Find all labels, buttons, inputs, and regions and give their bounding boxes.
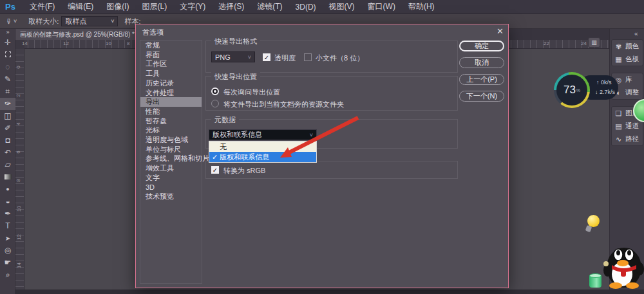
gradient-tool[interactable] — [0, 171, 15, 183]
move-tool[interactable]: ✛ — [0, 37, 15, 49]
ask-location-label: 每次询问导出位置 — [223, 87, 280, 97]
menu-item-file[interactable]: 文件(F) — [23, 1, 61, 12]
metadata-select[interactable]: 版权和联系信息 ˅ — [209, 129, 317, 140]
cancel-button[interactable]: 取消 — [459, 57, 504, 68]
up-arrow-icon: ↑ — [596, 79, 600, 86]
hand-tool[interactable]: ☛ — [0, 257, 15, 269]
download-speed: ↓ 2.7k/s — [595, 89, 615, 95]
menu-item-filter[interactable]: 滤镜(T) — [251, 1, 289, 12]
prefs-nav-workspace[interactable]: 工作区 — [140, 59, 202, 69]
metadata-option-none[interactable]: 无 — [209, 142, 316, 152]
channels-icon: ▤ — [614, 122, 623, 131]
convert-srgb-checkbox[interactable]: ✓ — [211, 166, 219, 174]
menu-item-layer[interactable]: 图层(L) — [136, 1, 174, 12]
prefs-nav-transparency-gamut[interactable]: 透明度与色域 — [140, 135, 202, 145]
ruler-label: 10 — [16, 206, 22, 212]
color-wheel-icon: ✾ — [614, 42, 623, 51]
panel-color[interactable]: ✾ 颜色 — [612, 40, 643, 53]
ruler-label: 22 — [544, 41, 549, 46]
menu-item-view[interactable]: 视图(V) — [323, 1, 361, 12]
lightbulb-icon[interactable] — [585, 215, 600, 233]
qq-penguin-mascot[interactable] — [603, 242, 644, 289]
prefs-nav-scratch-disks[interactable]: 暂存盘 — [140, 116, 202, 126]
menu-item-window[interactable]: 窗口(W) — [361, 1, 402, 12]
metadata-dropdown-list: 无 ✓ 版权和联系信息 — [209, 141, 317, 163]
document-tab[interactable]: 画板的创建与修改.psd @ 25%(RGB/8) * — [15, 29, 138, 40]
clone-stamp-tool[interactable]: ◘ — [0, 134, 15, 147]
ruler-label: 24 — [581, 41, 587, 46]
prefs-nav-interface[interactable]: 界面 — [140, 50, 202, 60]
menu-item-select[interactable]: 选择(S) — [212, 1, 251, 12]
prefs-nav-cursors[interactable]: 光标 — [140, 125, 202, 135]
collapsed-panel-button[interactable]: ▥ — [588, 37, 600, 48]
prefs-nav-type[interactable]: 文字 — [140, 173, 202, 183]
ruler-label: 2 — [15, 94, 21, 96]
quick-selection-tool[interactable]: ✎ — [0, 73, 15, 86]
prefs-nav-performance[interactable]: 性能 — [140, 107, 202, 116]
metadata-option-copyright[interactable]: ✓ 版权和联系信息 — [209, 152, 316, 162]
crop-tool[interactable]: ⌗ — [0, 86, 15, 98]
ok-button[interactable]: 确定 — [459, 41, 504, 51]
preferences-dialog: 首选项 ✕ 常规 界面 工作区 工具 历史记录 文件处理 导出 性能 暂存盘 光… — [135, 24, 509, 288]
tool-preset-chevron-icon[interactable]: ˅ — [14, 18, 17, 24]
prefs-nav-export[interactable]: 导出 — [140, 97, 202, 107]
export-format-select[interactable]: PNG ˅ — [211, 51, 255, 62]
shape-tool[interactable]: ◎ — [0, 244, 15, 257]
usage-percent: 73 — [564, 84, 576, 96]
prev-button[interactable]: 上一个(P) — [459, 74, 504, 85]
menu-item-type[interactable]: 文字(Y) — [173, 1, 212, 12]
quick-export-location-group: 快速导出位置 每次询问导出位置 将文件导出到当前文档旁的资源文件夹 — [205, 76, 458, 111]
prefs-nav-file-handling[interactable]: 文件处理 — [140, 88, 202, 98]
prefs-nav-units-rulers[interactable]: 单位与标尺 — [140, 145, 202, 154]
dock-collapse-icon[interactable]: « — [634, 30, 638, 37]
group-title: 快速导出位置 — [211, 72, 260, 82]
prefs-nav-technology-previews[interactable]: 技术预览 — [140, 192, 202, 201]
upload-speed: ↑ 0k/s — [596, 79, 612, 86]
path-selection-tool[interactable]: ➤ — [0, 232, 15, 244]
vertical-ruler — [15, 49, 24, 289]
sample-size-select[interactable]: 取样点 ˅ — [61, 16, 118, 26]
type-tool[interactable]: T — [0, 220, 15, 232]
paths-icon: ∿ — [614, 135, 623, 143]
srgb-group: ✓ 转换为 sRGB — [205, 161, 458, 179]
blur-tool[interactable]: ● — [0, 183, 15, 196]
prefs-nav-3d[interactable]: 3D — [140, 183, 202, 192]
pen-tool[interactable]: ✒ — [0, 208, 15, 220]
panel-channels[interactable]: ▤ 通道 — [612, 120, 643, 133]
transparency-checkbox[interactable]: ✓ — [263, 53, 270, 61]
ruler-label: 12 — [16, 234, 22, 240]
prefs-nav-history-log[interactable]: 历史记录 — [140, 78, 202, 88]
prefs-nav-plugins[interactable]: 增效工具 — [140, 163, 202, 173]
ask-location-radio[interactable] — [211, 87, 219, 95]
prefs-nav-guides-grid-slices[interactable]: 参考线、网格和切片 — [140, 154, 202, 163]
history-brush-tool[interactable]: ↶ — [0, 147, 15, 159]
ruler-label: 8 — [127, 41, 129, 46]
eyedropper-tool[interactable]: ✑ — [0, 98, 15, 110]
healing-brush-tool[interactable]: ◫ — [0, 110, 15, 122]
eraser-tool[interactable]: ▱ — [0, 159, 15, 171]
marquee-tool[interactable] — [0, 49, 15, 61]
panel-paths[interactable]: ∿ 路径 — [612, 133, 643, 145]
small-file-label: 小文件（8 位） — [316, 53, 364, 63]
menu-item-help[interactable]: 帮助(H) — [402, 1, 441, 12]
close-icon[interactable]: ✕ — [497, 26, 504, 36]
assets-folder-radio[interactable] — [211, 100, 219, 107]
panel-swatches[interactable]: ▦ 色板 — [612, 53, 643, 66]
group-title: 元数据 — [211, 115, 239, 125]
menu-item-image[interactable]: 图像(I) — [100, 1, 135, 12]
tools-panel: » ✛ ◌ ✎ ⌗ ✑ ◫ ✐ ◘ ↶ ▱ ● ◒ ✒ T ➤ ◎ ☛ ⌕ — [0, 29, 15, 294]
next-button[interactable]: 下一个(N) — [459, 91, 504, 102]
lasso-tool[interactable]: ◌ — [0, 61, 15, 73]
dodge-tool[interactable]: ◒ — [0, 196, 15, 208]
small-file-checkbox[interactable] — [304, 53, 312, 61]
assets-folder-label: 将文件导出到当前文档旁的资源文件夹 — [223, 100, 344, 109]
menu-item-3d[interactable]: 3D(D) — [289, 3, 323, 12]
zoom-tool[interactable]: ⌕ — [0, 269, 15, 281]
toolbar-collapse-icon[interactable]: » — [0, 29, 15, 37]
prefs-nav-tools[interactable]: 工具 — [140, 69, 202, 78]
memory-usage-ball[interactable]: 73 % — [554, 72, 590, 108]
menu-item-edit[interactable]: 编辑(E) — [61, 1, 100, 12]
brush-tool[interactable]: ✐ — [0, 122, 15, 134]
prefs-nav-general[interactable]: 常规 — [140, 41, 202, 50]
eyedropper-tool-icon[interactable]: ✑ — [4, 18, 13, 24]
